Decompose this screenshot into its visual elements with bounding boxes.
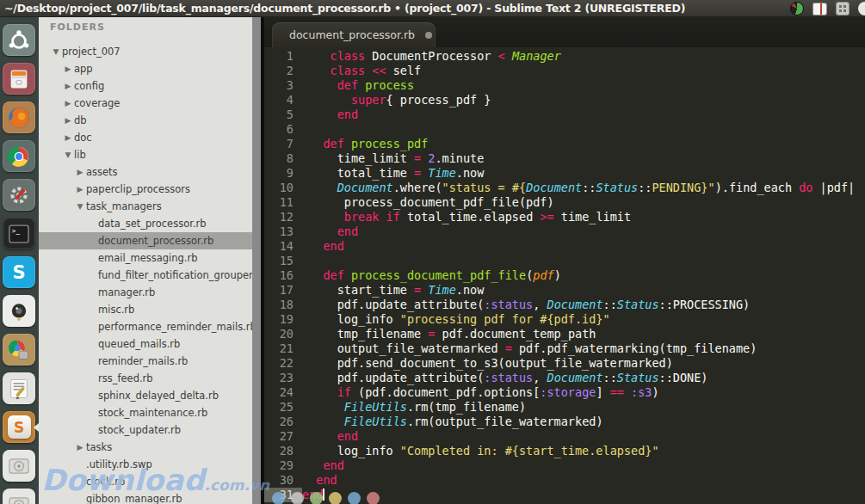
code-line-22[interactable]: 22 pdf.send_document_to_s3(output_file_w… xyxy=(264,356,865,371)
line-number: 3 xyxy=(264,78,302,93)
code-line-8[interactable]: 8 time_limit = 2.minute xyxy=(264,151,865,166)
tree-item-paperclip-processors[interactable]: ▶paperclip_processors xyxy=(39,181,252,198)
disk-drive-1-icon[interactable] xyxy=(3,450,35,482)
code-token: Document xyxy=(547,371,603,384)
camera-app-icon[interactable] xyxy=(3,295,35,327)
tree-item-assets[interactable]: ▶assets xyxy=(39,163,252,181)
tree-item-config[interactable]: ▶config xyxy=(39,77,252,95)
code-line-9[interactable]: 9 total_time = Time.now xyxy=(264,166,865,181)
chevron-right-icon[interactable]: ▶ xyxy=(62,77,74,95)
code-line-12[interactable]: 12 break if total_time.elapsed >= time_l… xyxy=(264,210,865,224)
tree-item-misc-rb[interactable]: misc.rb xyxy=(39,301,252,318)
code-line-2[interactable]: 2 class << self xyxy=(264,64,865,78)
code-line-11[interactable]: 11 process_document_pdf_file(pdf) xyxy=(264,195,865,210)
code-line-7[interactable]: 7 def process_pdf xyxy=(264,137,865,151)
code-line-27[interactable]: 27 end xyxy=(264,429,865,444)
code-line-17[interactable]: 17 start_time = Time.now xyxy=(264,283,865,298)
dictionary-icon[interactable] xyxy=(812,3,827,15)
tree-item-project-007[interactable]: ▼project_007 xyxy=(39,43,252,60)
code-line-23[interactable]: 23 pdf.update_attribute(:status, Documen… xyxy=(264,371,865,385)
notification-icon[interactable] xyxy=(858,2,865,15)
tree-item-performance-reminder-mails-rb[interactable]: performance_reminder_mails.rb xyxy=(39,318,252,335)
tree-item-coverage[interactable]: ▶coverage xyxy=(39,95,252,112)
tree-item-stock-updater-rb[interactable]: stock_updater.rb xyxy=(39,421,252,439)
code-line-13[interactable]: 13 end xyxy=(264,224,865,239)
tree-item-task-managers[interactable]: ▼task_managers xyxy=(39,198,252,215)
code-line-18[interactable]: 18 pdf.update_attribute(:status, Documen… xyxy=(264,298,865,312)
file-manager-icon[interactable] xyxy=(3,63,35,95)
code-line-31[interactable]: 31end xyxy=(264,488,865,502)
tree-item-doc[interactable]: ▶doc xyxy=(39,129,252,146)
code-line-21[interactable]: 21 output_file_watermarked = pdf.pdf_wat… xyxy=(264,341,865,356)
chrome-icon[interactable] xyxy=(3,140,35,172)
chevron-right-icon[interactable]: ▶ xyxy=(62,60,74,77)
tab-bar: document_processor.rb xyxy=(264,17,865,47)
chromium-app-icon[interactable] xyxy=(3,334,35,366)
code-line-6[interactable]: 6 xyxy=(264,122,865,137)
tree-item-email-messaging-rb[interactable]: email_messaging.rb xyxy=(39,249,252,267)
disk-drive-2-icon[interactable] xyxy=(3,489,35,504)
system-monitor-icon[interactable] xyxy=(790,2,804,15)
tree-item-stock-maintenance-rb[interactable]: stock_maintenance.rb xyxy=(39,404,252,421)
tree-item-queued-mails-rb[interactable]: queued_mails.rb xyxy=(39,335,252,353)
code-token: FileUtils xyxy=(344,415,407,428)
code-line-4[interactable]: 4 super{ process_pdf } xyxy=(264,93,865,108)
tree-item-document-processor-rb[interactable]: document_processor.rb xyxy=(39,232,252,249)
system-settings-icon[interactable] xyxy=(3,179,35,211)
code-token: ::PROCESSING) xyxy=(659,298,751,311)
tree-item-clock-rb[interactable]: clock.rb xyxy=(39,473,252,490)
tree-item-reminder-mails-rb[interactable]: reminder_mails.rb xyxy=(39,353,252,370)
code-line-26[interactable]: 26 FileUtils.rm(output_file_watermarked) xyxy=(264,415,865,429)
code-line-3[interactable]: 3 def process xyxy=(264,78,865,93)
code-line-14[interactable]: 14 end xyxy=(264,239,865,254)
code-line-1[interactable]: 1 class DocumentProcessor < Manager xyxy=(264,49,865,64)
code-line-20[interactable]: 20 tmp_filename = pdf.document_temp_path xyxy=(264,327,865,341)
chevron-right-icon[interactable]: ▶ xyxy=(62,129,74,146)
skype-icon[interactable]: S xyxy=(3,256,35,288)
tree-item-rss-feed-rb[interactable]: rss_feed.rb xyxy=(39,370,252,387)
ubuntu-dash-icon[interactable] xyxy=(3,24,35,56)
code-line-30[interactable]: 30 end xyxy=(264,473,865,488)
terminal-icon[interactable]: >_ xyxy=(3,218,35,249)
code-token: pdf xyxy=(533,268,553,282)
chevron-right-icon[interactable]: ▶ xyxy=(62,95,74,112)
tree-item-app[interactable]: ▶app xyxy=(39,60,252,77)
tree-item-manager-rb[interactable]: manager.rb xyxy=(39,284,252,301)
chevron-down-icon[interactable]: ▼ xyxy=(74,198,86,215)
code-line-25[interactable]: 25 FileUtils.rm(tmp_filename) xyxy=(264,400,865,415)
code-line-5[interactable]: 5 end xyxy=(264,108,865,122)
tree-item-lib[interactable]: ▼lib xyxy=(39,146,252,163)
code-line-19[interactable]: 19 log_info "processing pdf for #{pdf.id… xyxy=(264,312,865,327)
tree-item-fund-filter-notification-grouper-rb[interactable]: fund_filter_notification_grouper.rb xyxy=(39,267,252,284)
tree-item-tasks[interactable]: ▶tasks xyxy=(39,439,252,456)
tree-item-label: sphinx_delayed_delta.rb xyxy=(98,387,219,404)
tree-item-data-set-processor-rb[interactable]: data_set_processor.rb xyxy=(39,215,252,232)
tree-item-gibbon-manager-rb[interactable]: gibbon_manager.rb xyxy=(39,490,252,504)
chevron-down-icon[interactable]: ▼ xyxy=(50,43,62,60)
file-tab[interactable]: document_processor.rb xyxy=(272,22,436,47)
chevron-down-icon[interactable]: ▼ xyxy=(62,146,74,163)
chevron-right-icon[interactable]: ▶ xyxy=(74,439,86,456)
chevron-right-icon[interactable]: ▶ xyxy=(74,163,86,181)
code-line-10[interactable]: 10 Document.where("status = #{Document::… xyxy=(264,181,865,195)
tree-item--utility-rb-swp[interactable]: .utility.rb.swp xyxy=(39,456,252,473)
code-line-24[interactable]: 24 if (pdf.document_pdf.options[:storage… xyxy=(264,385,865,400)
firefox-icon[interactable] xyxy=(3,101,35,133)
sublime-text-icon[interactable]: S xyxy=(3,411,35,443)
code-area[interactable]: 1 class DocumentProcessor < Manager2 cla… xyxy=(264,47,865,504)
text-editor-icon[interactable] xyxy=(3,372,35,404)
sidebar-scrollbar[interactable] xyxy=(252,17,261,504)
sidebar-header: FOLDERS xyxy=(50,22,105,33)
code-line-28[interactable]: 28 log_info "Completed in: #{start_time.… xyxy=(264,444,865,458)
tree-item-db[interactable]: ▶db xyxy=(39,112,252,129)
code-line-15[interactable]: 15 xyxy=(264,254,865,268)
code-line-16[interactable]: 16 def process_document_pdf_file(pdf) xyxy=(264,268,865,283)
code-text: start_time = Time.now xyxy=(302,283,865,298)
code-token xyxy=(302,210,344,224)
code-line-29[interactable]: 29 end xyxy=(264,458,865,473)
keyboard-indicator-icon[interactable] xyxy=(836,2,850,15)
tree-item-sphinx-delayed-delta-rb[interactable]: sphinx_delayed_delta.rb xyxy=(39,387,252,404)
chevron-right-icon[interactable]: ▶ xyxy=(62,112,74,129)
line-number: 5 xyxy=(264,108,302,122)
chevron-right-icon[interactable]: ▶ xyxy=(74,181,86,198)
